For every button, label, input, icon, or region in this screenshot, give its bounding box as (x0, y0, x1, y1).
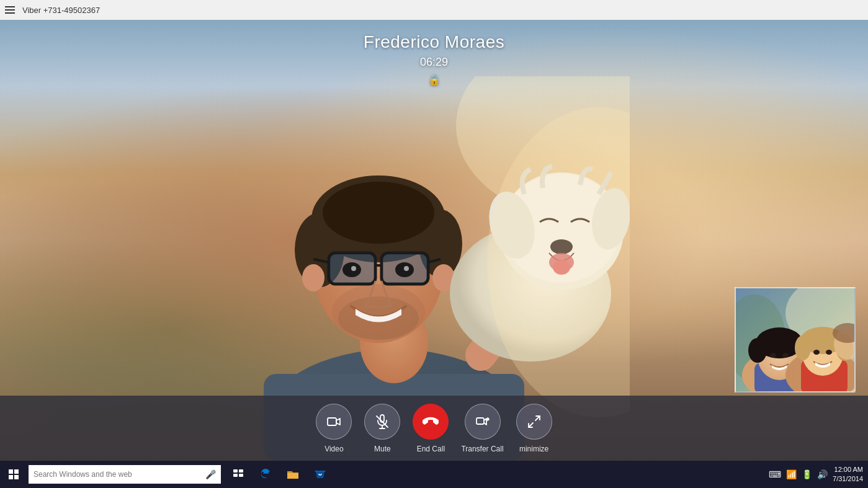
mute-button-circle[interactable] (364, 404, 400, 440)
video-label: Video (324, 445, 343, 453)
keyboard-icon[interactable]: ⌨ (769, 469, 781, 479)
microphone-icon[interactable]: 🎤 (205, 469, 216, 479)
transfer-call-button[interactable]: Transfer Call (461, 404, 503, 453)
video-button[interactable]: Video (316, 404, 352, 453)
svg-point-8 (323, 182, 434, 244)
call-duration: 06:29 (364, 56, 504, 69)
svg-rect-64 (239, 474, 243, 477)
svg-point-20 (351, 266, 356, 271)
store-icon[interactable] (308, 461, 333, 488)
minimize-icon (527, 414, 542, 429)
search-bar[interactable]: 🎤 (29, 465, 221, 484)
svg-rect-61 (233, 469, 238, 472)
transfer-label: Transfer Call (461, 445, 503, 453)
taskbar-icons (226, 461, 769, 488)
svg-rect-63 (233, 474, 238, 477)
edge-icon[interactable] (253, 461, 278, 488)
lock-icon: 🔒 (364, 74, 504, 86)
video-icon (326, 414, 341, 429)
wifi-icon[interactable]: 📶 (786, 469, 797, 479)
hamburger-icon[interactable] (5, 6, 15, 14)
transfer-icon (475, 414, 490, 429)
svg-line-60 (529, 423, 533, 427)
end-call-button[interactable]: End Call (413, 404, 449, 453)
system-tray: ⌨ 📶 🔋 🔊 12:00 AM 7/31/2014 (769, 465, 868, 484)
battery-icon[interactable]: 🔋 (802, 469, 812, 479)
minimize-button-circle[interactable] (516, 404, 552, 440)
caller-name: Frederico Moraes (364, 32, 504, 52)
clock-date: 7/31/2014 (833, 474, 863, 484)
end-call-button-circle[interactable] (413, 404, 449, 440)
mute-label: Mute (374, 445, 391, 453)
clock-time: 12:00 AM (833, 465, 863, 474)
file-explorer-icon[interactable] (280, 461, 305, 488)
volume-icon[interactable]: 🔊 (817, 469, 828, 479)
svg-point-49 (795, 335, 811, 360)
svg-rect-54 (328, 418, 336, 425)
svg-rect-62 (239, 469, 243, 472)
title-bar: Viber +731-49502367 (0, 0, 868, 20)
windows-logo (9, 469, 19, 479)
self-view-content (736, 288, 854, 391)
system-clock[interactable]: 12:00 AM 7/31/2014 (833, 465, 863, 484)
svg-rect-58 (477, 418, 484, 424)
svg-point-41 (748, 338, 767, 363)
caller-info: Frederico Moraes 06:29 🔒 (364, 32, 504, 86)
call-area: Frederico Moraes 06:29 🔒 (0, 20, 868, 461)
mute-icon (375, 414, 390, 429)
end-call-label: End Call (417, 445, 445, 453)
minimize-label: minimize (519, 445, 548, 453)
svg-point-51 (826, 350, 832, 355)
svg-point-42 (770, 353, 776, 358)
end-call-icon (423, 414, 439, 430)
app-title: Viber +731-49502367 (22, 6, 100, 15)
svg-line-59 (535, 416, 540, 420)
control-bar: Video Mute End Call (0, 396, 868, 461)
search-input[interactable] (34, 470, 202, 479)
transfer-button-circle[interactable] (465, 404, 501, 440)
minimize-button[interactable]: minimize (516, 404, 552, 453)
mute-button[interactable]: Mute (364, 404, 400, 453)
start-button[interactable] (0, 461, 27, 488)
svg-point-22 (302, 264, 324, 291)
task-view-icon[interactable] (226, 461, 251, 488)
taskbar: 🎤 (0, 461, 868, 488)
self-view-thumbnail (735, 287, 856, 393)
video-button-circle[interactable] (316, 404, 352, 440)
svg-point-43 (782, 353, 789, 358)
svg-point-21 (404, 266, 409, 271)
svg-point-50 (813, 350, 820, 355)
